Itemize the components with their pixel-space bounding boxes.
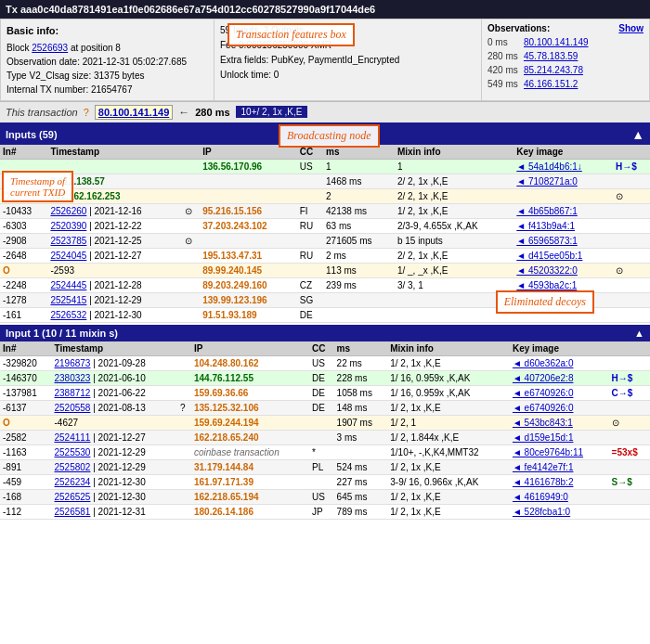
tx-fee-row: Fee 0.000156250000 XMR bbox=[220, 38, 475, 53]
cell-timestamp: 2526260 | 2021-12-16 bbox=[47, 203, 181, 218]
table-row: -137981 2388712 | 2021-06-22 159.69.36.6… bbox=[0, 385, 650, 400]
cell-flag bbox=[177, 370, 191, 385]
cell-num: -2582 bbox=[0, 430, 52, 444]
cell-key[interactable]: ◄ e6740926:0 bbox=[510, 385, 609, 400]
cell-key[interactable]: ◄ 4616949:0 bbox=[510, 489, 609, 504]
cell-key[interactable]: ◄ 407206e2:8 bbox=[510, 370, 609, 385]
obs-ms-0: 0 ms bbox=[488, 35, 520, 49]
page-wrapper: Tx aaa0c40da8781491ea1f0e062686e67a754d0… bbox=[0, 0, 650, 520]
inputs-table: In# Timestamp IP CC ms Mixin info Key im… bbox=[0, 145, 650, 323]
cell-timestamp: 2526234 | 2021-12-30 bbox=[52, 474, 177, 489]
cell-key[interactable]: ◄ 80ce9764b:11 bbox=[510, 444, 609, 459]
cell-flag bbox=[177, 504, 191, 519]
cell-ms: 63 ms bbox=[323, 218, 395, 233]
basic-info-title: Basic info: bbox=[6, 23, 208, 39]
obs-ip-1[interactable]: 45.78.183.59 bbox=[524, 49, 578, 63]
cell-flag bbox=[177, 430, 191, 444]
cell-key[interactable]: ◄ 528fcba1:0 bbox=[510, 504, 609, 519]
cell-timestamp: 2520558 | 2021-08-13 bbox=[52, 400, 177, 415]
cell-special bbox=[609, 459, 650, 474]
tx-bar: This transaction ? 80.100.141.149 ← 280 … bbox=[0, 101, 650, 124]
table-row: -146370 2380323 | 2021-06-10 144.76.112.… bbox=[0, 370, 650, 385]
cell-ms: 1468 ms bbox=[323, 174, 395, 188]
cell-key[interactable]: ◄ fe4142e7f:1 bbox=[510, 459, 609, 474]
cell-key[interactable]: ◄ d415ee05b:1 bbox=[514, 248, 613, 263]
cell-timestamp: 3.112.138.57 bbox=[47, 174, 181, 188]
cell-special: ⊙ bbox=[609, 415, 650, 430]
cell-key[interactable]: ◄ 543bc843:1 bbox=[510, 415, 609, 430]
cell-num: -6303 bbox=[0, 218, 47, 233]
cell-special bbox=[613, 307, 650, 322]
cell-ip: 180.26.14.186 bbox=[191, 504, 309, 519]
basic-info-panel: Basic info: Block 2526693 at position 8 … bbox=[1, 19, 214, 100]
cell-key[interactable]: ◄ 65965873:1 bbox=[514, 233, 613, 248]
cell-cc: * bbox=[309, 444, 334, 459]
cell-flag bbox=[177, 444, 191, 459]
cell-ms: 645 ms bbox=[334, 489, 388, 504]
cell-ip: 95.216.15.156 bbox=[200, 203, 297, 218]
tx-bar-label: This transaction bbox=[6, 107, 78, 118]
table-row: -329820 2196873 | 2021-09-28 104.248.80.… bbox=[0, 355, 650, 370]
obs-row-2: 420 ms 85.214.243.78 bbox=[488, 63, 644, 77]
cell-num: -137981 bbox=[0, 385, 52, 400]
obs-date-label: Observation date: bbox=[6, 57, 80, 67]
arrow-up-icon-2: ▲ bbox=[634, 328, 644, 339]
obs-ip-0[interactable]: 80.100.141.149 bbox=[524, 35, 589, 49]
cell-key[interactable]: ◄ d159e15d:1 bbox=[510, 430, 609, 444]
cell-mixin: 1/ 2, 1x ,K,E bbox=[387, 400, 510, 415]
observations-panel: Observations: Show 0 ms 80.100.141.149 2… bbox=[482, 19, 649, 100]
cell-ip: 162.218.65.194 bbox=[191, 489, 309, 504]
cell-mixin: 1/10+, -,K,K4,MMT32 bbox=[387, 444, 510, 459]
block-number[interactable]: 2526693 bbox=[32, 43, 68, 53]
tx-bar-badge: 10+/ 2, 1x ,K,E bbox=[236, 106, 308, 118]
inputs-section: Broadcasting node Timestamp ofcurrent TX… bbox=[0, 124, 650, 323]
cell-key[interactable]: ◄ 7108271a:0 bbox=[514, 174, 613, 188]
cell-key[interactable]: ◄ f413b9a4:1 bbox=[514, 218, 613, 233]
block-label: Block bbox=[6, 43, 29, 53]
cell-ms: 148 ms bbox=[334, 400, 388, 415]
cell-special: C→$ bbox=[609, 385, 650, 400]
cell-timestamp: 2524111 | 2021-12-27 bbox=[52, 430, 177, 444]
cell-num: -2648 bbox=[0, 248, 47, 263]
cell-cc bbox=[297, 174, 323, 188]
col-num: In# bbox=[0, 341, 52, 356]
cell-mixin: 1/ 2, 1x ,K,E bbox=[395, 203, 514, 218]
cell-key[interactable]: ◄ e6740926:0 bbox=[510, 400, 609, 415]
table-row: 136.56.170.96 US 1 1 ◄ 54a1d4b6:1↓ H→$ bbox=[0, 159, 650, 174]
cell-key[interactable]: ◄ 4b65b867:1 bbox=[514, 203, 613, 218]
obs-ip-3[interactable]: 46.166.151.2 bbox=[524, 77, 578, 91]
cell-key[interactable]: ◄ 4593ba2c:1 bbox=[514, 277, 613, 292]
cell-mixin bbox=[395, 307, 514, 322]
cell-ms bbox=[323, 307, 395, 322]
cell-key[interactable]: ◄ 45203322:0 bbox=[514, 263, 613, 277]
inputs-table-header: In# Timestamp IP CC ms Mixin info Key im… bbox=[0, 145, 650, 160]
cell-flag: ? bbox=[177, 400, 191, 415]
cell-num bbox=[0, 159, 47, 174]
cell-key[interactable]: ◄ d60e362a:0 bbox=[510, 355, 609, 370]
cell-key[interactable]: ◄ 4161678b:2 bbox=[510, 474, 609, 489]
cell-cc: CZ bbox=[297, 277, 323, 292]
cell-cc: SG bbox=[297, 292, 323, 307]
cell-cc bbox=[297, 263, 323, 277]
cell-special bbox=[613, 248, 650, 263]
cell-flag bbox=[177, 385, 191, 400]
top-section-wrapper: Transaction features box Basic info: Blo… bbox=[0, 19, 650, 101]
table-row: -1278 2525415 | 2021-12-29 139.99.123.19… bbox=[0, 292, 650, 307]
tx-bar-ip[interactable]: 80.100.141.149 bbox=[95, 105, 173, 120]
obs-show-link[interactable]: Show bbox=[618, 23, 644, 33]
tx-extra-value: PubKey, PaymentId_Encrypted bbox=[271, 55, 399, 65]
cell-special bbox=[613, 174, 650, 188]
cell-mixin bbox=[395, 292, 514, 307]
obs-ip-2[interactable]: 85.214.243.78 bbox=[524, 63, 583, 77]
cell-ms: 113 ms bbox=[323, 263, 395, 277]
cell-flag bbox=[177, 355, 191, 370]
cell-ip: 139.99.123.196 bbox=[200, 292, 297, 307]
cell-ms bbox=[334, 444, 388, 459]
cell-flag bbox=[182, 218, 200, 233]
cell-key[interactable]: ◄ 54a1d4b6:1↓ bbox=[514, 159, 613, 174]
obs-row-3: 549 ms 46.166.151.2 bbox=[488, 77, 644, 91]
cell-num: -1278 bbox=[0, 292, 47, 307]
cell-flag bbox=[182, 248, 200, 263]
cell-ip: 144.76.112.55 bbox=[191, 370, 309, 385]
type-value: V2_Clsag bbox=[29, 71, 69, 81]
